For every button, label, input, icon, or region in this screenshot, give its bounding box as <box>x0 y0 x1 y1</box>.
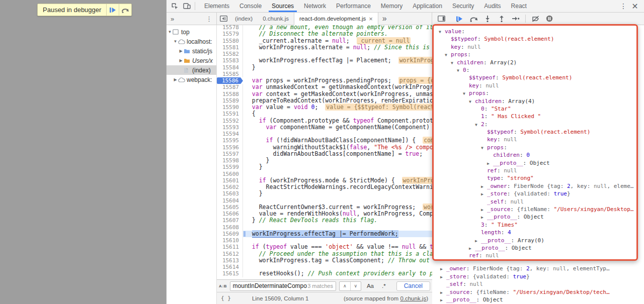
object-tree-row-expandable[interactable]: ▶_owner: FiberNode {tag: 2, key: null, e… <box>432 265 644 273</box>
object-tree-row-expandable[interactable]: ▶__proto__: Object <box>436 213 635 221</box>
pause-on-exceptions-button[interactable] <box>543 14 555 24</box>
line-number[interactable]: 15594 <box>217 131 243 137</box>
expand-arrow-icon[interactable]: ▼ <box>439 28 445 35</box>
tree-item-localhost[interactable]: ▼localhost: <box>167 37 216 46</box>
pretty-print-button[interactable]: { } <box>221 295 231 301</box>
line-number[interactable]: 15595 <box>217 137 243 144</box>
main-tab-application[interactable]: Application <box>408 0 447 12</box>
line-number[interactable]: 15579 <box>217 31 243 37</box>
source-mapped-link[interactable]: 0.chunk.js <box>400 295 426 301</box>
object-tree-row-expandable[interactable]: ▶__proto__: Object <box>436 159 635 167</box>
main-tab-sources[interactable]: Sources <box>267 0 299 12</box>
tree-item-index[interactable]: (index) <box>167 65 216 75</box>
object-tree-row-expandable[interactable]: ▼props: <box>436 144 635 151</box>
line-number[interactable]: 15578 <box>217 25 243 31</box>
expand-arrow-icon[interactable]: ▼ <box>475 121 481 128</box>
line-number[interactable]: 15608 <box>217 224 243 231</box>
line-number[interactable]: 15600 <box>217 171 243 177</box>
line-number[interactable]: 15583 <box>217 57 243 64</box>
line-number[interactable]: 15612 <box>217 251 243 257</box>
step-over-button-toolbar[interactable] <box>467 14 479 24</box>
main-tab-performance[interactable]: Performance <box>331 0 376 12</box>
expand-arrow-icon[interactable]: ▶ <box>173 77 178 82</box>
expand-arrow-icon[interactable]: ▶ <box>481 182 487 190</box>
object-tree-row-expandable[interactable]: ▶_owner: FiberNode {tag: 2, key: null, e… <box>436 182 635 190</box>
line-number[interactable]: 15589 <box>217 97 243 104</box>
line-number[interactable]: 15596 <box>217 144 243 151</box>
line-number[interactable]: 15602 <box>217 184 243 190</box>
line-number[interactable]: 15604 <box>217 197 243 204</box>
main-tab-console[interactable]: Console <box>234 0 267 12</box>
find-replace-toggle-button[interactable]: A↓B <box>219 281 227 290</box>
line-number[interactable]: 15581 <box>217 44 243 51</box>
expand-arrow-icon[interactable]: ▼ <box>173 39 178 44</box>
object-tree-row-expandable[interactable]: ▼children: Array(2) <box>436 59 635 66</box>
object-tree-row-expandable[interactable]: ▼0: <box>436 66 635 74</box>
line-number[interactable]: 15615 <box>217 270 243 277</box>
toggle-navigator-button[interactable] <box>217 13 230 25</box>
object-tree-row-expandable[interactable]: ▼2: <box>436 121 635 128</box>
object-tree-row-expandable[interactable]: ▶_store: {validated: true} <box>432 273 644 281</box>
line-number[interactable]: 15588 <box>217 91 243 97</box>
line-number[interactable]: 15598 <box>217 157 243 164</box>
line-number[interactable]: 15605 <box>217 204 243 211</box>
line-number[interactable]: 15614 <box>217 264 243 270</box>
file-tab-close-icon[interactable]: × <box>369 15 373 23</box>
line-number[interactable]: 15582 <box>217 51 243 57</box>
expand-arrow-icon[interactable]: ▼ <box>463 89 469 97</box>
expand-arrow-icon[interactable]: ▼ <box>451 59 457 66</box>
expand-arrow-icon[interactable]: ▶ <box>487 159 493 167</box>
search-input[interactable]: mountInDeterminateCompo 3 matches <box>230 281 336 291</box>
line-number[interactable]: 15610 <box>217 237 243 244</box>
deactivate-breakpoints-button[interactable] <box>529 14 541 24</box>
tree-item-webpack[interactable]: ▶webpack: <box>167 75 216 84</box>
resume-execution-button[interactable] <box>453 14 465 24</box>
line-number[interactable]: 15590 <box>217 104 243 111</box>
line-number[interactable]: 15606 <box>217 211 243 217</box>
tree-item-staticjs[interactable]: ▶static/js <box>167 46 216 56</box>
main-tab-audits[interactable]: Audits <box>479 0 506 12</box>
main-tab-react[interactable]: React <box>506 0 532 12</box>
object-tree-row-expandable[interactable]: ▼props: <box>436 51 635 58</box>
line-number[interactable]: 15613 <box>217 257 243 264</box>
main-tab-elements[interactable]: Elements <box>199 0 234 12</box>
expand-arrow-icon[interactable]: ▼ <box>168 30 172 34</box>
main-tab-security[interactable]: Security <box>447 0 479 12</box>
expand-arrow-icon[interactable]: ▶ <box>179 49 183 53</box>
step-button[interactable] <box>510 14 522 24</box>
expand-arrow-icon[interactable]: ▶ <box>481 213 487 221</box>
expand-arrow-icon[interactable]: ▼ <box>445 51 451 58</box>
search-previous-button[interactable]: ∧ <box>340 282 350 290</box>
main-tab-memory[interactable]: Memory <box>376 0 408 12</box>
expand-arrow-icon[interactable]: ▶ <box>440 273 446 281</box>
search-cancel-button[interactable]: Cancel <box>396 281 430 291</box>
line-number[interactable]: 15601 <box>217 177 243 184</box>
navigator-menu-button[interactable]: ⋮ <box>206 15 212 23</box>
line-number[interactable]: 15592 <box>217 118 243 124</box>
expand-arrow-icon[interactable]: ▶ <box>440 288 446 296</box>
object-tree-row-expandable[interactable]: ▼children: Array(4) <box>436 97 635 105</box>
search-next-button[interactable]: ∨ <box>350 282 361 290</box>
expand-arrow-icon[interactable]: ▼ <box>481 144 487 151</box>
line-number[interactable]: 15597 <box>217 151 243 157</box>
line-number[interactable]: 15580 <box>217 38 243 44</box>
expand-arrow-icon[interactable]: ▼ <box>457 66 463 74</box>
expand-arrow-icon[interactable]: ▶ <box>481 190 487 197</box>
object-tree-row-expandable[interactable]: ▶__proto__: Object <box>436 244 635 252</box>
line-number[interactable]: 15603 <box>217 190 243 197</box>
expand-arrow-icon[interactable]: ▶ <box>179 58 183 63</box>
expand-arrow-icon[interactable]: ▶ <box>475 237 481 244</box>
object-tree-row-expandable[interactable]: ▶_store: {validated: true} <box>436 190 635 197</box>
expand-arrow-icon[interactable]: ▶ <box>440 265 446 273</box>
line-number[interactable]: 15591 <box>217 111 243 117</box>
resume-script-button[interactable] <box>106 4 119 16</box>
object-tree-row-expandable[interactable]: ▶__proto__: Array(0) <box>436 237 635 244</box>
tree-item-usersx[interactable]: ▶Users/x <box>167 56 216 65</box>
line-number[interactable]: 15607 <box>217 217 243 224</box>
expand-arrow-icon[interactable]: ▶ <box>440 296 446 304</box>
step-into-button[interactable] <box>481 14 494 24</box>
object-tree-row-expandable[interactable]: ▶_source: {fileName: "/Users/xingyan/Des… <box>432 288 644 296</box>
expand-arrow-icon[interactable]: ▶ <box>469 244 475 252</box>
object-tree-row-expandable[interactable]: ▶__proto__: Object <box>432 296 644 304</box>
expand-arrow-icon[interactable]: ▼ <box>469 97 475 105</box>
